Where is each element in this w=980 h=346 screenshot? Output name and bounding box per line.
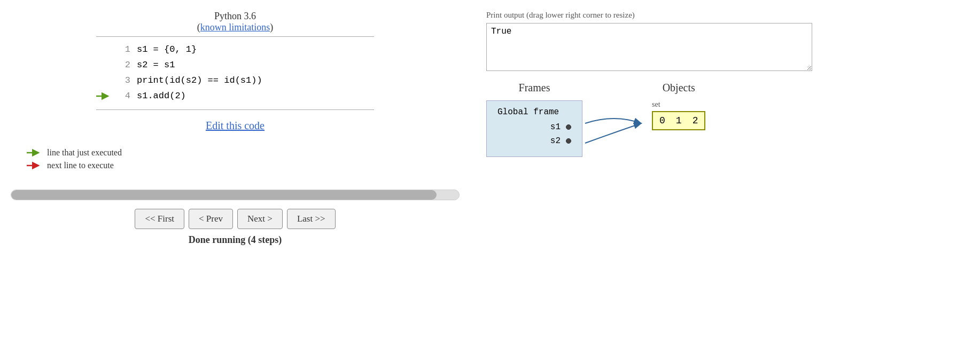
prev-button[interactable]: < Prev [189,209,233,229]
set-type-label: set [652,100,660,109]
edit-code-link[interactable]: Edit this code [206,120,265,132]
frames-header: Frames [519,82,550,94]
line-num-3: 3 [114,73,130,89]
frame-dot-s2 [566,138,571,144]
arrow-connector [582,108,647,175]
python-version-label: Python 3.6 [214,11,256,21]
legend-green-arrow-icon [27,148,42,157]
code-text-1: s1 = {0, 1} [137,42,197,58]
frame-var-s1: s1 [550,122,561,132]
output-value: True [491,27,511,36]
line-num-2: 2 [114,58,130,73]
objects-header: Objects [663,82,695,94]
output-label: Print output (drag lower right corner to… [486,11,964,20]
green-arrow-icon [96,92,111,100]
code-line-2: 2 s2 = s1 [96,58,374,73]
set-value-2: 2 [693,115,698,126]
code-title: Python 3.6 (known limitations) [197,11,274,33]
frame-row-s2: s2 [497,136,571,146]
legend-red-label: next line to execute [47,161,114,170]
legend-green: line that just executed [27,148,454,158]
code-line-4: 4 s1.add(2) [96,89,374,104]
code-line-1: 1 s1 = {0, 1} [96,42,374,58]
status-text: Done running (4 steps) [189,234,282,246]
legend-red: next line to execute [27,161,454,170]
code-text-2: s2 = s1 [137,58,175,73]
code-text-4: s1.add(2) [137,89,186,104]
set-value-0: 0 [659,115,665,126]
line-arrow-4 [96,92,112,100]
resize-hint-icon: ⌟ [806,61,810,69]
objects-section: Objects set 0 1 2 [652,82,705,130]
last-button[interactable]: Last >> [287,209,336,229]
global-frame-title: Global frame [497,107,571,117]
frames-objects-container: Frames Global frame s1 s2 [486,82,964,175]
connection-arrows-svg [582,108,647,172]
global-frame: Global frame s1 s2 [486,100,582,157]
progress-bar-inner [11,190,437,200]
frame-row-s1: s1 [497,122,571,132]
progress-bar-outer [11,190,460,200]
set-box: 0 1 2 [652,111,705,130]
code-text-3: print(id(s2) == id(s1)) [137,73,262,89]
code-line-3: 3 print(id(s2) == id(s1)) [96,73,374,89]
known-limitations-link[interactable]: known limitations [200,22,270,33]
frame-var-s2: s2 [550,136,561,146]
set-value-1: 1 [676,115,682,126]
progress-area [11,190,460,200]
output-box: True ⌟ [486,23,812,71]
frame-dot-s1 [566,124,571,130]
nav-buttons: << First < Prev Next > Last >> [135,209,335,229]
next-button[interactable]: Next > [237,209,283,229]
left-panel: Python 3.6 (known limitations) 1 s1 = {0… [0,0,470,346]
frames-section: Frames Global frame s1 s2 [486,82,582,157]
first-button[interactable]: << First [135,209,184,229]
legend-red-arrow-icon [27,161,42,170]
line-num-4: 4 [114,89,130,104]
code-container: 1 s1 = {0, 1} 2 s2 = s1 3 print(id(s2) =… [96,36,374,110]
line-num-1: 1 [114,42,130,58]
legend-green-label: line that just executed [47,148,122,158]
legend: line that just executed next line to exe… [16,148,454,174]
right-panel: Print output (drag lower right corner to… [470,0,980,346]
